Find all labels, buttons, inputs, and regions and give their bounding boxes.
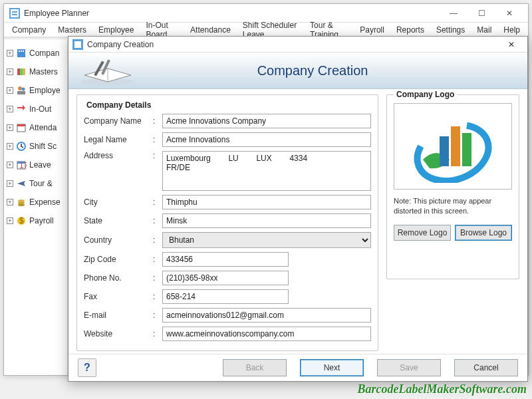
country-select[interactable]: Bhutan xyxy=(162,232,371,248)
coins-icon xyxy=(16,197,27,207)
legal-name-field[interactable] xyxy=(162,132,371,147)
city-field[interactable] xyxy=(162,195,371,209)
menu-masters[interactable]: Masters xyxy=(53,24,92,36)
menu-attendance[interactable]: Attendance xyxy=(185,24,236,36)
svg-rect-4 xyxy=(17,49,25,57)
logo-image-icon xyxy=(403,110,503,183)
next-button[interactable]: Next xyxy=(300,359,364,376)
maximize-button[interactable]: ☐ xyxy=(468,6,495,21)
svg-point-11 xyxy=(18,86,22,90)
save-button[interactable]: Save xyxy=(377,359,441,376)
menu-mail[interactable]: Mail xyxy=(471,24,497,36)
label-zip: Zip Code xyxy=(84,255,153,264)
dialog-title: Company Creation xyxy=(87,40,499,49)
money-icon: $ xyxy=(16,215,27,226)
label-city: City xyxy=(84,198,153,207)
remove-logo-button[interactable]: Remove Logo xyxy=(394,225,451,241)
dialog-footer: ? Back Next Save Cancel xyxy=(68,354,527,381)
browse-logo-button[interactable]: Browse Logo xyxy=(455,225,512,241)
svg-rect-10 xyxy=(23,68,25,75)
svg-point-12 xyxy=(22,88,25,91)
watermark: BarcodeLabelMakerSoftware.com xyxy=(358,382,527,396)
svg-rect-7 xyxy=(23,51,24,52)
company-details-group: Company Details Company Name: Legal Name… xyxy=(76,94,378,351)
menu-employee[interactable]: Employee xyxy=(93,24,139,36)
label-company-name: Company Name xyxy=(84,116,153,126)
svg-rect-33 xyxy=(462,133,471,166)
window-title: Employee Planner xyxy=(24,9,440,18)
label-country: Country xyxy=(84,235,153,245)
company-creation-dialog: Company Creation ✕ Company Creation Comp… xyxy=(68,36,528,382)
svg-text:17: 17 xyxy=(19,161,27,170)
menu-company[interactable]: Company xyxy=(7,24,51,36)
tree-item-attendance[interactable]: +Attenda xyxy=(5,118,66,137)
svg-rect-8 xyxy=(17,68,20,75)
dialog-titlebar: Company Creation ✕ xyxy=(68,37,527,53)
zip-field[interactable] xyxy=(162,252,289,267)
tree-item-tour[interactable]: +Tour & xyxy=(5,174,66,193)
label-website: Website xyxy=(84,329,153,338)
nav-tree: +Compan +Masters +Employe +In-Out +Atten… xyxy=(4,40,68,375)
dialog-close-button[interactable]: ✕ xyxy=(499,38,523,51)
svg-rect-32 xyxy=(451,126,460,166)
phone-field[interactable] xyxy=(162,271,289,285)
label-fax: Fax xyxy=(84,292,153,301)
label-legal-name: Legal Name xyxy=(84,135,153,144)
tree-item-payroll[interactable]: +$Payroll xyxy=(5,211,66,230)
dialog-icon xyxy=(72,39,83,50)
back-button[interactable]: Back xyxy=(223,359,287,376)
close-button[interactable]: ✕ xyxy=(496,6,523,21)
details-group-title: Company Details xyxy=(84,100,154,110)
menu-settings[interactable]: Settings xyxy=(431,24,470,36)
svg-rect-6 xyxy=(21,51,22,52)
menu-help[interactable]: Help xyxy=(498,24,525,36)
menu-reports[interactable]: Reports xyxy=(391,24,430,36)
svg-rect-2 xyxy=(12,11,17,13)
label-state: State xyxy=(84,216,153,225)
cancel-button[interactable]: Cancel xyxy=(454,359,518,376)
calendar-icon xyxy=(16,122,27,133)
menubar: Company Masters Employee In-Out Board At… xyxy=(4,23,528,37)
svg-rect-26 xyxy=(74,41,81,48)
svg-rect-13 xyxy=(17,91,25,94)
tree-item-expense[interactable]: +Expense xyxy=(5,193,66,211)
tree-item-company[interactable]: +Compan xyxy=(5,44,66,63)
svg-rect-15 xyxy=(17,124,25,126)
dialog-banner: Company Creation xyxy=(68,53,527,89)
people-icon xyxy=(16,85,27,96)
books-icon xyxy=(16,66,27,77)
calendar2-icon: 17 xyxy=(16,160,27,170)
tree-item-inout[interactable]: +In-Out xyxy=(5,100,66,118)
plane-icon xyxy=(16,178,27,189)
tree-item-shift[interactable]: +Shift Sc xyxy=(5,137,66,156)
company-name-field[interactable] xyxy=(162,114,371,128)
notebook-icon xyxy=(78,55,138,86)
clock-icon xyxy=(16,141,27,152)
banner-title: Company Creation xyxy=(138,63,527,78)
fax-field[interactable] xyxy=(162,289,289,304)
tree-item-masters[interactable]: +Masters xyxy=(5,63,66,81)
svg-rect-31 xyxy=(440,136,449,166)
building-icon xyxy=(16,48,27,59)
menu-payroll[interactable]: Payroll xyxy=(354,24,390,36)
minimize-button[interactable]: — xyxy=(440,6,467,21)
app-icon xyxy=(9,8,20,19)
label-address: Address xyxy=(84,151,153,160)
website-field[interactable] xyxy=(162,327,371,341)
tree-item-employee[interactable]: +Employe xyxy=(5,81,66,100)
arrows-icon xyxy=(16,104,27,114)
address-field[interactable] xyxy=(162,151,371,191)
svg-rect-5 xyxy=(19,51,20,52)
logo-group-title: Company Logo xyxy=(394,90,457,99)
help-button[interactable]: ? xyxy=(78,358,96,377)
svg-point-22 xyxy=(18,203,25,206)
company-logo-group: Company Logo Note: This picture may appe… xyxy=(386,94,519,279)
svg-rect-3 xyxy=(12,14,17,15)
label-phone: Phone No. xyxy=(84,273,153,283)
svg-rect-1 xyxy=(11,9,19,17)
state-field[interactable] xyxy=(162,213,371,228)
email-field[interactable] xyxy=(162,308,371,323)
tree-item-leave[interactable]: +17Leave xyxy=(5,156,66,174)
svg-rect-9 xyxy=(20,68,23,75)
logo-preview xyxy=(394,103,512,190)
